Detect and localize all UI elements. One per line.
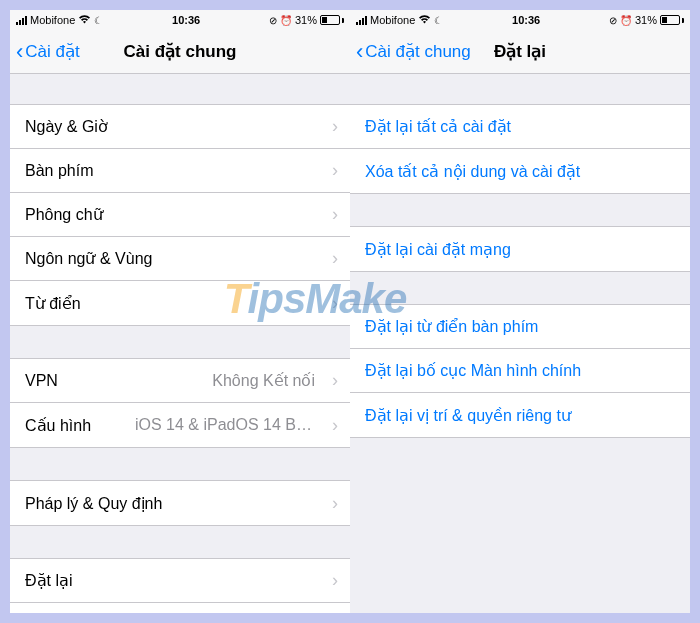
row-language-region[interactable]: Ngôn ngữ & Vùng›	[10, 237, 350, 281]
row-date-time[interactable]: Ngày & Giờ›	[10, 105, 350, 149]
row-label: VPN	[25, 372, 58, 390]
row-label: Phông chữ	[25, 205, 103, 224]
back-label: Cài đặt chung	[365, 41, 470, 62]
row-profiles[interactable]: Cấu hìnhiOS 14 & iPadOS 14 Beta Software…	[10, 403, 350, 447]
group-legal: Pháp lý & Quy định›	[10, 480, 350, 526]
row-label: Đặt lại bố cục Màn hình chính	[365, 361, 581, 380]
status-time: 10:36	[172, 14, 200, 26]
back-label: Cài đặt	[25, 41, 79, 62]
reset-list: Đặt lại tất cả cài đặt Xóa tất cả nội du…	[350, 104, 690, 438]
signal-icon	[16, 16, 27, 25]
row-reset-network[interactable]: Đặt lại cài đặt mạng	[350, 227, 690, 271]
nav-bar: ‹ Cài đặt Cài đặt chung	[10, 30, 350, 74]
row-dictionary[interactable]: Từ điển›	[10, 281, 350, 325]
row-reset[interactable]: Đặt lại›	[10, 559, 350, 603]
row-label: Đặt lại tất cả cài đặt	[365, 117, 511, 136]
carrier-label: Mobifone	[30, 14, 75, 26]
row-erase-all[interactable]: Xóa tất cả nội dung và cài đặt	[350, 149, 690, 193]
row-shutdown[interactable]: Tắt máy	[10, 603, 350, 613]
row-label: Cấu hình	[25, 416, 91, 435]
row-reset-all-settings[interactable]: Đặt lại tất cả cài đặt	[350, 105, 690, 149]
group-reset-network: Đặt lại cài đặt mạng	[350, 226, 690, 272]
do-not-disturb-icon: ☾	[94, 15, 103, 26]
group-reset-erase: Đặt lại tất cả cài đặt Xóa tất cả nội du…	[350, 104, 690, 194]
row-fonts[interactable]: Phông chữ›	[10, 193, 350, 237]
battery-pct: 31%	[635, 14, 657, 26]
chevron-right-icon: ›	[332, 570, 338, 591]
row-label: Ngôn ngữ & Vùng	[25, 249, 152, 268]
group-reset-other: Đặt lại từ điển bàn phím Đặt lại bố cục …	[350, 304, 690, 438]
battery-icon	[320, 15, 344, 25]
chevron-right-icon: ›	[332, 293, 338, 314]
status-bar: Mobifone ☾ 10:36 ⊘ ⏰ 31%	[350, 10, 690, 30]
row-label: Bàn phím	[25, 162, 93, 180]
group-date-language: Ngày & Giờ› Bàn phím› Phông chữ› Ngôn ng…	[10, 104, 350, 326]
settings-list: Ngày & Giờ› Bàn phím› Phông chữ› Ngôn ng…	[10, 104, 350, 613]
orientation-lock-icon: ⊘	[269, 15, 277, 26]
orientation-lock-icon: ⊘	[609, 15, 617, 26]
chevron-right-icon: ›	[332, 160, 338, 181]
chevron-left-icon: ‹	[16, 41, 23, 63]
row-vpn[interactable]: VPNKhông Kết nối›	[10, 359, 350, 403]
chevron-right-icon: ›	[332, 415, 338, 436]
back-button[interactable]: ‹ Cài đặt	[10, 41, 80, 63]
row-value: Không Kết nối	[212, 371, 335, 390]
row-reset-location-privacy[interactable]: Đặt lại vị trí & quyền riêng tư	[350, 393, 690, 437]
nav-bar: ‹ Cài đặt chung Đặt lại	[350, 30, 690, 74]
carrier-label: Mobifone	[370, 14, 415, 26]
phone-left: Mobifone ☾ 10:36 ⊘ ⏰ 31% ‹ Cài đặt Cài đ…	[10, 10, 350, 613]
signal-icon	[356, 16, 367, 25]
row-value: iOS 14 & iPadOS 14 Beta Software...	[135, 416, 335, 434]
back-button[interactable]: ‹ Cài đặt chung	[350, 41, 471, 63]
row-label: Pháp lý & Quy định	[25, 494, 162, 513]
chevron-right-icon: ›	[332, 248, 338, 269]
phone-right: Mobifone ☾ 10:36 ⊘ ⏰ 31% ‹ Cài đặt chung…	[350, 10, 690, 613]
row-legal[interactable]: Pháp lý & Quy định›	[10, 481, 350, 525]
row-label: Đặt lại vị trí & quyền riêng tư	[365, 406, 571, 425]
chevron-right-icon: ›	[332, 204, 338, 225]
chevron-right-icon: ›	[332, 493, 338, 514]
wifi-icon	[418, 14, 431, 26]
row-label: Xóa tất cả nội dung và cài đặt	[365, 162, 580, 181]
battery-icon	[660, 15, 684, 25]
row-keyboard[interactable]: Bàn phím›	[10, 149, 350, 193]
chevron-right-icon: ›	[332, 116, 338, 137]
row-label: Đặt lại cài đặt mạng	[365, 240, 511, 259]
row-label: Đặt lại từ điển bàn phím	[365, 317, 538, 336]
row-reset-keyboard-dict[interactable]: Đặt lại từ điển bàn phím	[350, 305, 690, 349]
status-time: 10:36	[512, 14, 540, 26]
row-reset-home-layout[interactable]: Đặt lại bố cục Màn hình chính	[350, 349, 690, 393]
battery-pct: 31%	[295, 14, 317, 26]
row-label: Đặt lại	[25, 571, 73, 590]
status-bar: Mobifone ☾ 10:36 ⊘ ⏰ 31%	[10, 10, 350, 30]
do-not-disturb-icon: ☾	[434, 15, 443, 26]
group-reset-shutdown: Đặt lại› Tắt máy	[10, 558, 350, 613]
wifi-icon	[78, 14, 91, 26]
chevron-right-icon: ›	[332, 370, 338, 391]
group-vpn-profiles: VPNKhông Kết nối› Cấu hìnhiOS 14 & iPadO…	[10, 358, 350, 448]
alarm-icon: ⏰	[280, 15, 292, 26]
chevron-left-icon: ‹	[356, 41, 363, 63]
row-label: Ngày & Giờ	[25, 117, 108, 136]
alarm-icon: ⏰	[620, 15, 632, 26]
row-label: Từ điển	[25, 294, 81, 313]
